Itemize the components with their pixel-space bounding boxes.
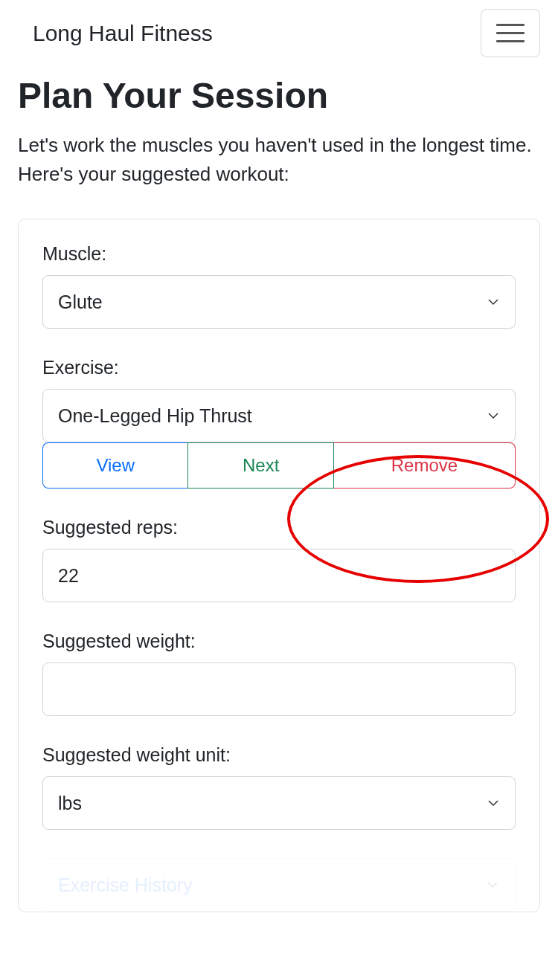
session-card: Muscle: Glute Exercise: One-Legged Hip T… (18, 219, 540, 912)
weight-label: Suggested weight: (42, 631, 516, 652)
weight-input[interactable] (42, 663, 516, 716)
exercise-history-accordion[interactable]: Exercise History (42, 858, 516, 912)
main-container: Plan Your Session Let's work the muscles… (0, 75, 558, 912)
remove-button[interactable]: Remove (334, 442, 516, 489)
hamburger-icon (496, 24, 525, 42)
navbar-toggle-button[interactable] (481, 9, 540, 57)
exercise-select[interactable]: One-Legged Hip Thrust (42, 389, 516, 442)
chevron-down-icon (487, 879, 498, 891)
navbar-brand[interactable]: Long Haul Fitness (18, 21, 213, 46)
muscle-select[interactable]: Glute (42, 275, 516, 329)
unit-select[interactable]: lbs (42, 776, 516, 830)
next-button[interactable]: Next (187, 442, 333, 489)
navbar: Long Haul Fitness (0, 0, 558, 66)
reps-input[interactable] (42, 549, 516, 602)
page-title: Plan Your Session (18, 75, 540, 116)
exercise-history-label: Exercise History (58, 874, 193, 896)
exercise-button-group: View Next Remove (42, 442, 516, 489)
muscle-label: Muscle: (42, 243, 516, 265)
reps-label: Suggested reps: (42, 517, 516, 538)
view-button[interactable]: View (42, 442, 187, 489)
exercise-label: Exercise: (42, 357, 516, 378)
page-subtitle: Let's work the muscles you haven't used … (18, 131, 540, 189)
unit-label: Suggested weight unit: (42, 744, 516, 766)
